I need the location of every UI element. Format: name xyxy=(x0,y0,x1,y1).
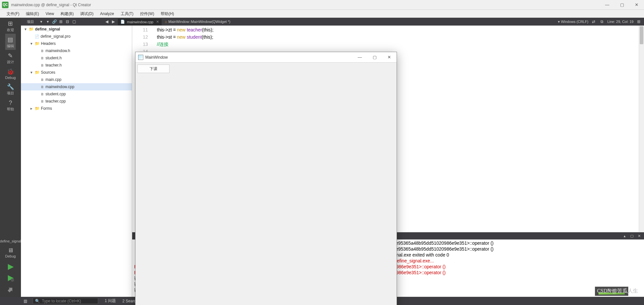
toolbar-icon-1[interactable]: ⇄ xyxy=(591,19,597,25)
mode-编辑[interactable]: ▤编辑 xyxy=(5,34,16,50)
mode-label: 帮助 xyxy=(7,107,14,112)
build-button[interactable] xyxy=(7,286,14,293)
svg-marker-0 xyxy=(8,264,14,270)
folder-icon: 📁 xyxy=(35,106,40,111)
menu-item[interactable]: View xyxy=(43,11,57,17)
tree-item[interactable]: ▸📁Forms xyxy=(21,105,132,112)
toolbar-icon[interactable]: ▾ xyxy=(45,19,51,25)
editor-scrollbar[interactable] xyxy=(639,26,644,232)
tree-item-label: mainwindow.h xyxy=(45,48,70,53)
mode-Debug[interactable]: 🐞Debug xyxy=(5,66,16,81)
menu-item[interactable]: 工具(T) xyxy=(118,10,136,17)
tree-twisty-icon[interactable]: ▾ xyxy=(24,27,27,31)
class-over-button[interactable]: 下课 xyxy=(137,65,170,73)
sidebar-toggle-icon[interactable]: ▥ xyxy=(24,299,27,303)
output-header-button[interactable]: ▢ xyxy=(629,233,635,238)
symbol-breadcrumb[interactable]: ⌂ MainWindow::MainWindow(QWidget *) xyxy=(165,20,230,24)
debug-run-button[interactable] xyxy=(7,275,14,282)
tree-twisty-icon[interactable]: ▾ xyxy=(29,41,33,46)
menu-item[interactable]: 构建(B) xyxy=(58,10,76,17)
tree-item[interactable]: 🗎mainwindow.h xyxy=(21,47,132,54)
mode-label: 编辑 xyxy=(7,44,14,48)
mode-label: 设计 xyxy=(7,60,14,65)
tree-item[interactable]: 🗎student.cpp xyxy=(21,90,132,98)
file-tab-close-icon[interactable]: ✕ xyxy=(156,20,159,24)
nav-forward-button[interactable]: ▶ xyxy=(110,19,116,25)
scrollbar-thumb[interactable] xyxy=(640,26,643,44)
mode-帮助[interactable]: ?帮助 xyxy=(5,97,16,113)
tree-item[interactable]: ▾📁define_signal xyxy=(21,26,132,33)
editor-file-tab[interactable]: 📄 mainwindow.cpp ✕ xyxy=(118,18,162,25)
source-file-icon: 🗎 xyxy=(41,63,44,67)
app-close-button[interactable]: ✕ xyxy=(382,52,397,63)
source-file-icon: 🗎 xyxy=(41,78,44,82)
tree-item[interactable]: 📄define_signal.pro xyxy=(21,33,132,40)
window-title: mainwindow.cpp @ define_signal - Qt Crea… xyxy=(11,3,91,7)
app-logo-icon: QC xyxy=(2,2,9,8)
folder-icon: 📁 xyxy=(29,27,34,31)
menu-item[interactable]: Analyze xyxy=(98,11,117,17)
toolbar-icon[interactable]: ⊟ xyxy=(64,19,70,25)
tree-item-label: mainwindow.cpp xyxy=(45,85,74,89)
mode-项目[interactable]: 🔧项目 xyxy=(5,81,16,97)
menu-item[interactable]: 调试(D) xyxy=(78,10,96,17)
toolbar-icon[interactable]: ▢ xyxy=(71,19,77,25)
encoding-selector[interactable]: ▾ Windows (CRLF) xyxy=(558,20,588,24)
running-app-window[interactable]: MainWindow — ▢ ✕ 下课 xyxy=(135,52,397,305)
tree-item[interactable]: 🗎main.cpp xyxy=(21,76,132,83)
menu-item[interactable]: 帮助(H) xyxy=(158,10,177,17)
file-icon: 📄 xyxy=(35,34,39,39)
output-header-button[interactable]: ▴ xyxy=(622,233,628,238)
split-button[interactable]: ⊞ xyxy=(636,19,642,25)
tree-item[interactable]: 🗎teacher.cpp xyxy=(21,98,132,105)
tree-item[interactable]: 🗎teacher.h xyxy=(21,62,132,69)
app-window-titlebar[interactable]: MainWindow — ▢ ✕ xyxy=(135,52,397,63)
app-minimize-button[interactable]: — xyxy=(352,52,367,63)
tree-item-label: define_signal xyxy=(35,27,60,31)
tree-item-label: teacher.cpp xyxy=(45,99,66,104)
mode-欢迎[interactable]: ⊞欢迎 xyxy=(5,18,16,34)
toolbar-icon[interactable]: ▾ xyxy=(38,19,44,25)
mode-label: 项目 xyxy=(7,91,14,96)
tree-item[interactable]: 🗎mainwindow.cpp xyxy=(21,83,132,90)
app-maximize-button[interactable]: ▢ xyxy=(367,52,382,63)
run-target-project[interactable]: define_signal xyxy=(0,238,22,244)
app-window-icon xyxy=(138,55,143,60)
nav-back-button[interactable]: ◀ xyxy=(104,19,110,25)
file-icon: 📄 xyxy=(120,20,125,24)
window-close-button[interactable]: ✕ xyxy=(629,0,644,10)
tree-item[interactable]: ▾📁Sources xyxy=(21,69,132,76)
mode-设计[interactable]: ✎设计 xyxy=(5,50,16,66)
title-bar: QC mainwindow.cpp @ define_signal - Qt C… xyxy=(0,0,644,10)
folder-icon: 📁 xyxy=(35,70,40,75)
mode-icon: ▤ xyxy=(7,36,14,43)
project-tree[interactable]: ▾📁define_signal📄define_signal.pro▾📁Heade… xyxy=(21,26,132,297)
tree-twisty-icon[interactable]: ▸ xyxy=(29,106,33,111)
menu-item[interactable]: 文件(F) xyxy=(4,10,22,17)
project-pane-title: 项目 xyxy=(23,19,38,24)
window-minimize-button[interactable]: — xyxy=(600,0,615,10)
run-button[interactable] xyxy=(7,263,14,271)
source-file-icon: 🗎 xyxy=(41,85,44,89)
menu-bar: 文件(F)编辑(E)View构建(B)调试(D)Analyze工具(T)控件(W… xyxy=(0,10,644,18)
output-tab[interactable]: 1 问题 xyxy=(101,297,119,305)
mode-label: Debug xyxy=(5,76,16,80)
editor-toolbar: 项目 ▾▾🔗⊞⊟▢ ◀ ▶ 📄 mainwindow.cpp ✕ ⌂ MainW… xyxy=(21,18,644,26)
output-header-button[interactable]: ✕ xyxy=(636,233,642,238)
tree-twisty-icon[interactable]: ▾ xyxy=(29,70,33,75)
toolbar-icon[interactable]: 🔗 xyxy=(51,19,57,25)
tree-item-label: teacher.h xyxy=(45,63,62,67)
tree-item[interactable]: 🗎student.h xyxy=(21,54,132,62)
mode-icon: 🔧 xyxy=(7,84,14,90)
toolbar-icon-2[interactable]: ⧉ xyxy=(599,19,605,25)
run-target-kit[interactable]: 🖥 Debug xyxy=(0,244,21,259)
toolbar-icon[interactable]: ⊞ xyxy=(58,19,64,25)
tree-item[interactable]: ▾📁Headers xyxy=(21,40,132,47)
menu-item[interactable]: 控件(W) xyxy=(137,10,157,17)
svg-point-2 xyxy=(11,278,14,282)
menu-item[interactable]: 编辑(E) xyxy=(23,10,42,17)
source-file-icon: 🗎 xyxy=(41,99,44,103)
locator-input[interactable]: 🔍 Type to locate (Ctrl+K) xyxy=(33,298,98,304)
window-maximize-button[interactable]: ▢ xyxy=(615,0,629,10)
tree-item-label: Forms xyxy=(41,106,52,111)
